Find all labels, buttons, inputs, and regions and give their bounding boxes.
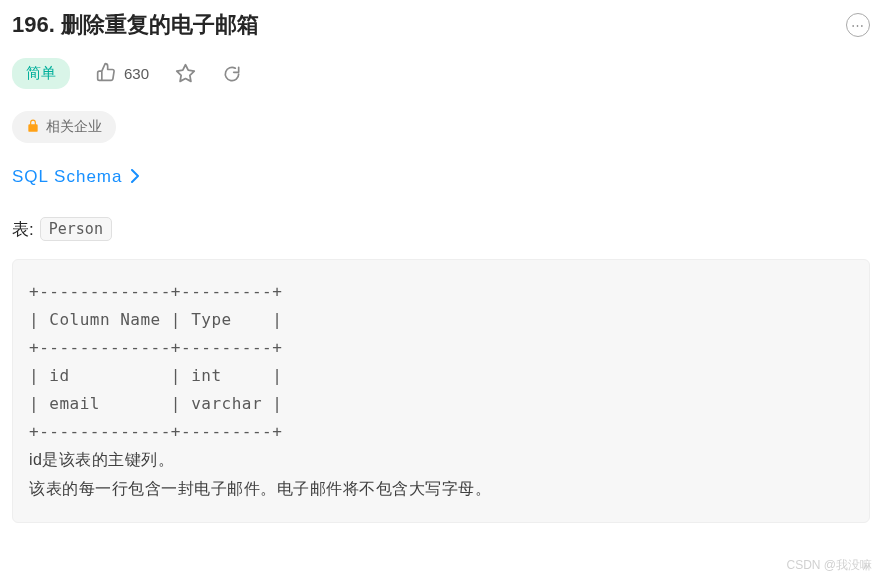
svg-marker-0 [177, 65, 195, 82]
problem-title: 196. 删除重复的电子邮箱 [12, 10, 259, 40]
ellipsis-icon: ⋯ [851, 19, 865, 32]
lock-icon [26, 119, 40, 136]
sql-schema-link[interactable]: SQL Schema [12, 167, 140, 187]
favorite-button[interactable] [175, 63, 196, 84]
share-button[interactable] [222, 64, 242, 84]
thumbs-up-icon [96, 62, 116, 86]
like-button[interactable]: 630 [96, 62, 149, 86]
table-name: Person [40, 217, 112, 241]
star-icon [175, 63, 196, 84]
chevron-right-icon [130, 169, 140, 186]
company-tag-label: 相关企业 [46, 118, 102, 136]
schema-code-block: +-------------+---------+ | Column Name … [12, 259, 870, 523]
difficulty-badge: 简单 [12, 58, 70, 89]
like-count: 630 [124, 65, 149, 82]
table-prefix: 表: [12, 218, 34, 241]
schema-ascii: +-------------+---------+ | Column Name … [29, 282, 282, 441]
company-tag[interactable]: 相关企业 [12, 111, 116, 143]
table-label: 表: Person [12, 217, 870, 241]
description-line-2: 该表的每一行包含一封电子邮件。电子邮件将不包含大写字母。 [29, 475, 853, 504]
share-icon [222, 64, 242, 84]
schema-link-text: SQL Schema [12, 167, 122, 187]
more-button[interactable]: ⋯ [846, 13, 870, 37]
description-line-1: id是该表的主键列。 [29, 446, 853, 475]
